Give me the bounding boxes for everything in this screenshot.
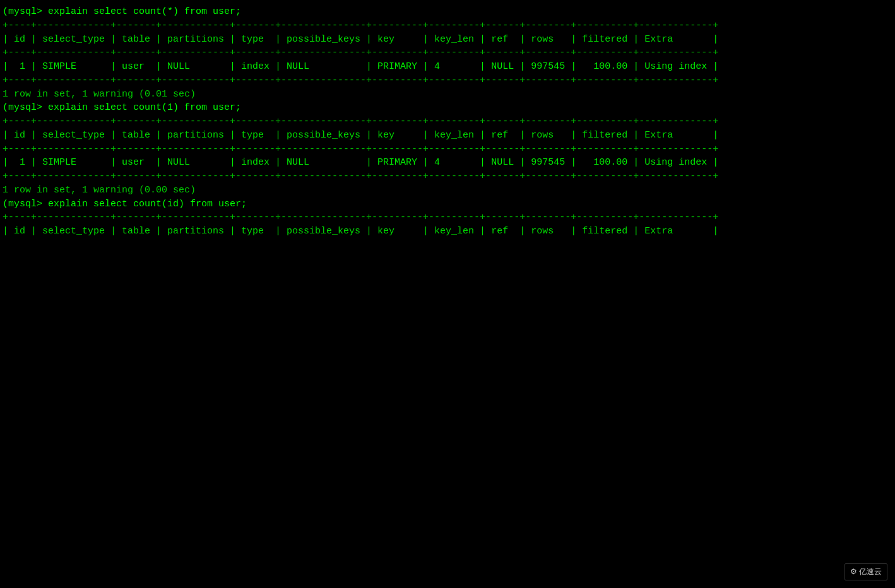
terminal-line: | id | select_type | table | partitions … xyxy=(0,225,895,238)
terminal-content: (mysql> explain select count(*) from use… xyxy=(0,5,895,238)
terminal-line: | id | select_type | table | partitions … xyxy=(0,33,895,47)
terminal-window: (mysql> explain select count(*) from use… xyxy=(0,0,895,588)
terminal-line: +----+-------------+-------+------------… xyxy=(0,74,895,88)
terminal-line: | 1 | SIMPLE | user | NULL | index | NUL… xyxy=(0,156,895,170)
terminal-line: +----+-------------+-------+------------… xyxy=(0,46,895,60)
terminal-line: | 1 | SIMPLE | user | NULL | index | NUL… xyxy=(0,60,895,74)
terminal-line: +----+-------------+-------+------------… xyxy=(0,19,895,33)
terminal-line: +----+-------------+-------+------------… xyxy=(0,170,895,184)
terminal-line: | id | select_type | table | partitions … xyxy=(0,129,895,143)
terminal-line: (mysql> explain select count(*) from use… xyxy=(0,5,895,19)
terminal-line: 1 row in set, 1 warning (0.01 sec) xyxy=(0,88,895,102)
terminal-line: +----+-------------+-------+------------… xyxy=(0,115,895,129)
terminal-line: +----+-------------+-------+------------… xyxy=(0,211,895,225)
terminal-line: +----+-------------+-------+------------… xyxy=(0,143,895,156)
terminal-line: (mysql> explain select count(1) from use… xyxy=(0,101,895,115)
watermark-label: ⚙ 亿速云 xyxy=(845,563,887,580)
terminal-line: 1 row in set, 1 warning (0.00 sec) xyxy=(0,184,895,197)
terminal-line: (mysql> explain select count(id) from us… xyxy=(0,197,895,211)
